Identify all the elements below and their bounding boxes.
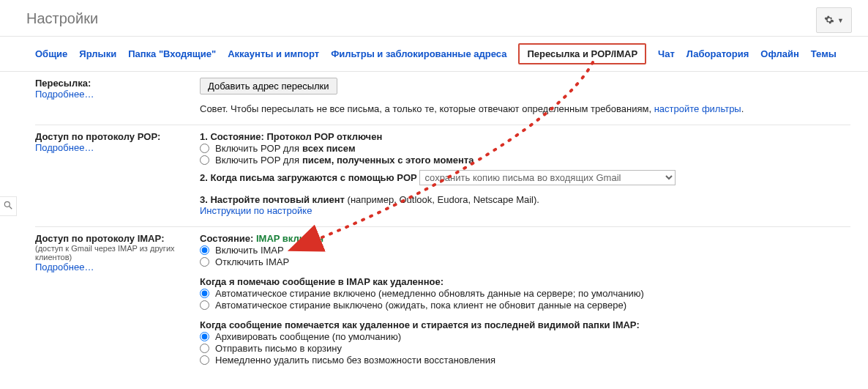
caret-down-icon: ▼ [837,17,844,24]
tab-offline[interactable]: Офлайн [760,48,799,59]
settings-tabs: Общие Ярлыки Папка "Входящие" Аккаунты и… [0,37,868,72]
search-gutter-button[interactable] [0,196,17,216]
imap-lf-archive-option[interactable]: Архивировать сообщение (по умолчанию) [200,331,850,342]
imap-lf-delete-label: Немедленно удалить письмо без возможност… [215,355,495,366]
imap-lf-trash-radio[interactable] [200,344,209,353]
settings-gear-button[interactable]: ▼ [816,7,852,33]
forwarding-tip: Совет. Чтобы пересылать не все письма, а… [200,103,850,114]
imap-expunge-title: Когда я помечаю сообщение в IMAP как уда… [200,276,850,287]
pop-status-label: 1. Состояние: [200,131,266,142]
imap-heading: Доступ по протоколу IMAP: [35,233,200,244]
tab-themes[interactable]: Темы [811,48,837,59]
imap-status-value: IMAP включен [256,233,323,244]
imap-learn-more-link[interactable]: Подробнее… [35,262,94,273]
imap-expunge-on-option[interactable]: Автоматическое стирание включено (немедл… [200,288,850,299]
tab-labels[interactable]: Ярлыки [79,48,116,59]
pop-status-value: Протокол POP отключен [266,131,382,142]
imap-expunge-on-label: Автоматическое стирание включено (немедл… [215,288,644,299]
imap-lf-archive-radio[interactable] [200,332,209,341]
pop-enable-all-radio[interactable] [200,144,209,153]
tab-inbox[interactable]: Папка "Входящие" [128,48,216,59]
add-forwarding-address-button[interactable]: Добавить адрес пересылки [200,78,337,95]
pop-enable-all-bold: всех писем [302,143,356,154]
imap-lf-delete-radio[interactable] [200,355,209,365]
tab-chat[interactable]: Чат [658,48,675,59]
imap-enable-label: Включить IMAP [215,245,284,256]
imap-status-label: Состояние: [200,233,256,244]
imap-enable-radio[interactable] [200,245,209,255]
tab-general[interactable]: Общие [35,48,67,59]
create-filter-link[interactable]: настройте фильтры [654,103,741,114]
imap-lf-trash-option[interactable]: Отправить письмо в корзину [200,343,850,354]
pop-action-select[interactable]: сохранить копию письма во входящих Gmail [419,170,676,185]
pop-step3-label: 3. Настройте почтовый клиент [200,194,348,205]
pop-enable-now-radio[interactable] [200,155,209,165]
pop-enable-now-text: Включить POP для [215,155,299,166]
svg-point-0 [4,201,10,207]
svg-line-1 [10,207,12,210]
imap-lastfolder-title: Когда сообщение помечается как удаленное… [200,319,850,330]
imap-expunge-off-option[interactable]: Автоматическое стирание выключено (ожида… [200,300,850,311]
gear-icon [824,12,834,29]
pop-learn-more-link[interactable]: Подробнее… [35,142,94,153]
pop-step2-label: 2. Когда письма загружаются с помощью PO… [200,172,417,183]
imap-expunge-on-radio[interactable] [200,289,209,298]
tab-accounts[interactable]: Аккаунты и импорт [228,48,319,59]
imap-subheading: (доступ к Gmail через IMAP из других кли… [35,244,200,262]
pop-enable-all-text: Включить POP для [215,143,299,154]
pop-heading: Доступ по протоколу POP: [35,131,200,142]
forwarding-learn-more-link[interactable]: Подробнее… [35,89,94,100]
search-icon [3,201,13,212]
imap-disable-radio[interactable] [200,257,209,267]
tab-filters[interactable]: Фильтры и заблокированные адреса [331,48,506,59]
imap-expunge-off-radio[interactable] [200,300,209,310]
pop-step3-text: (например, Outlook, Eudora, Netscape Mai… [348,194,539,205]
forwarding-tip-suffix: . [741,103,744,114]
imap-lf-archive-label: Архивировать сообщение (по умолчанию) [215,331,401,342]
imap-expunge-off-label: Автоматическое стирание выключено (ожида… [215,300,626,311]
imap-lf-trash-label: Отправить письмо в корзину [215,343,342,354]
imap-enable-option[interactable]: Включить IMAP [200,245,850,256]
forwarding-heading: Пересылка: [35,78,200,89]
imap-disable-option[interactable]: Отключить IMAP [200,256,850,267]
pop-enable-now-bold: писем, полученных с этого момента [302,155,474,166]
imap-lf-delete-option[interactable]: Немедленно удалить письмо без возможност… [200,355,850,366]
pop-config-instructions-link[interactable]: Инструкции по настройке [200,205,312,216]
pop-enable-all-option[interactable]: Включить POP для всех писем [200,143,850,154]
tab-labs[interactable]: Лаборатория [686,48,749,59]
page-title: Настройки [26,10,98,26]
forwarding-tip-text: Совет. Чтобы пересылать не все письма, а… [200,103,654,114]
pop-enable-now-option[interactable]: Включить POP для писем, полученных с это… [200,155,850,166]
imap-disable-label: Отключить IMAP [215,256,289,267]
tab-forwarding-pop-imap[interactable]: Пересылка и POP/IMAP [518,43,646,64]
